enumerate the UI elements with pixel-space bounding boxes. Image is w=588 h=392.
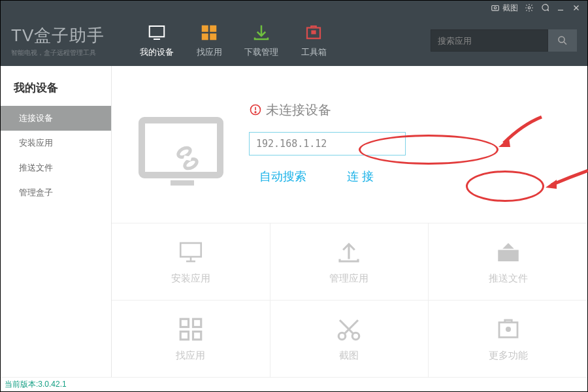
close-icon — [572, 3, 581, 12]
cell-label: 安装应用 — [171, 272, 210, 285]
cell-manage-app[interactable]: 管理应用 — [270, 223, 429, 300]
feature-grid: 安装应用 管理应用 推送文件 找应用 截图 — [112, 223, 587, 377]
svg-rect-6 — [150, 26, 165, 37]
svg-marker-24 — [498, 138, 510, 147]
connect-button[interactable]: 连 接 — [336, 165, 384, 188]
auto-search-button[interactable]: 自动搜索 — [249, 165, 317, 188]
sidebar-title: 我的设备 — [1, 75, 111, 106]
monitor-icon — [147, 23, 167, 42]
toolbox-icon — [495, 316, 522, 343]
app-logo: TV盒子助手 智能电视，盒子远程管理工具 — [11, 24, 105, 57]
svg-rect-31 — [180, 332, 188, 340]
body: 我的设备 连接设备 安装应用 推送文件 管理盒子 — [1, 66, 587, 377]
scissors-icon — [335, 316, 363, 343]
cell-push-file[interactable]: 推送文件 — [429, 223, 587, 300]
annotation-arrow-connect — [544, 164, 588, 190]
download-icon — [252, 23, 271, 42]
grid-icon — [199, 23, 219, 42]
screenshot-label: 截图 — [502, 3, 518, 14]
svg-point-23 — [255, 112, 256, 113]
close-button[interactable] — [572, 3, 581, 12]
svg-rect-16 — [142, 120, 220, 175]
topbar: 截图 TV盒子助手 智能电视，盒子远程管理工具 — [1, 1, 587, 66]
screenshot-link[interactable]: 截图 — [491, 3, 518, 14]
cell-more[interactable]: 更多功能 — [429, 300, 587, 377]
minimize-button[interactable] — [556, 3, 565, 12]
svg-rect-30 — [193, 319, 201, 327]
bubble-icon — [540, 3, 549, 12]
search-button[interactable] — [548, 29, 577, 52]
grid-icon — [177, 316, 204, 343]
annotation-arrow-ip — [496, 112, 548, 151]
cell-label: 找应用 — [176, 350, 205, 362]
svg-rect-29 — [180, 319, 188, 327]
tab-find-apps[interactable]: 找应用 — [183, 18, 235, 63]
svg-rect-10 — [202, 33, 208, 40]
cell-label: 推送文件 — [489, 272, 528, 285]
status-text: 未连接设备 — [266, 101, 331, 119]
svg-rect-9 — [210, 25, 216, 32]
svg-point-2 — [528, 7, 531, 9]
connect-area: 未连接设备 自动搜索 连 接 — [112, 66, 587, 223]
inbox-up-icon — [495, 238, 522, 266]
ip-input[interactable] — [249, 132, 406, 155]
camera-icon — [491, 3, 500, 12]
titlebar: 截图 — [1, 1, 587, 15]
svg-point-36 — [506, 327, 510, 331]
logo-title: TV盒子助手 — [11, 24, 105, 47]
svg-marker-25 — [546, 180, 557, 189]
main-nav: 我的设备 找应用 下载管理 工具箱 — [131, 18, 340, 63]
connect-column: 未连接设备 自动搜索 连 接 — [249, 101, 406, 188]
upload-icon — [335, 238, 363, 266]
monitor-icon — [177, 238, 204, 266]
svg-rect-8 — [202, 25, 208, 32]
sidebar-item-manage-box[interactable]: 管理盒子 — [1, 180, 111, 205]
svg-rect-32 — [193, 332, 201, 340]
cell-label: 更多功能 — [489, 350, 528, 362]
cell-find-app[interactable]: 找应用 — [112, 300, 270, 377]
svg-rect-11 — [210, 33, 216, 40]
svg-rect-13 — [312, 31, 316, 34]
cell-install-app[interactable]: 安装应用 — [112, 223, 270, 300]
toolbox-icon — [304, 23, 323, 42]
svg-rect-17 — [171, 180, 194, 186]
feedback-button[interactable] — [540, 3, 549, 12]
sidebar-item-push-file[interactable]: 推送文件 — [1, 155, 111, 180]
search-wrap — [431, 29, 577, 52]
search-input[interactable] — [431, 29, 548, 52]
sidebar: 我的设备 连接设备 安装应用 推送文件 管理盒子 — [1, 66, 112, 377]
gear-icon — [525, 3, 534, 12]
version-label: 当前版本:3.0.42.1 — [5, 379, 67, 390]
tab-label: 找应用 — [197, 46, 222, 58]
tab-label: 下载管理 — [244, 46, 278, 58]
status-bar: 当前版本:3.0.42.1 — [1, 377, 587, 391]
cell-screenshot[interactable]: 截图 — [270, 300, 429, 377]
tab-toolbox[interactable]: 工具箱 — [287, 18, 340, 63]
status-row: 未连接设备 — [249, 101, 331, 119]
cell-label: 截图 — [339, 350, 359, 362]
tab-downloads[interactable]: 下载管理 — [235, 18, 287, 63]
search-icon — [557, 35, 568, 46]
sidebar-item-connect-device[interactable]: 连接设备 — [1, 106, 111, 131]
cell-label: 管理应用 — [329, 272, 368, 285]
tab-label: 工具箱 — [301, 46, 327, 58]
main-panel: 未连接设备 自动搜索 连 接 — [112, 66, 587, 377]
app-window: 截图 TV盒子助手 智能电视，盒子远程管理工具 — [0, 0, 588, 392]
button-row: 自动搜索 连 接 — [249, 165, 384, 188]
annotation-ring-connect — [466, 171, 544, 202]
device-illustration — [138, 115, 229, 193]
sidebar-item-install-app[interactable]: 安装应用 — [1, 131, 111, 155]
svg-line-15 — [564, 42, 566, 44]
svg-rect-0 — [492, 6, 499, 11]
minimize-icon — [556, 3, 565, 12]
logo-subtitle: 智能电视，盒子远程管理工具 — [11, 48, 105, 57]
tab-my-devices[interactable]: 我的设备 — [131, 18, 183, 63]
settings-button[interactable] — [525, 3, 534, 12]
tab-label: 我的设备 — [140, 46, 174, 58]
svg-rect-26 — [180, 243, 201, 257]
svg-point-14 — [559, 37, 564, 42]
alert-icon — [249, 103, 262, 116]
nav-row: TV盒子助手 智能电视，盒子远程管理工具 我的设备 找应用 下载管理 — [1, 15, 587, 66]
svg-point-1 — [494, 7, 497, 9]
